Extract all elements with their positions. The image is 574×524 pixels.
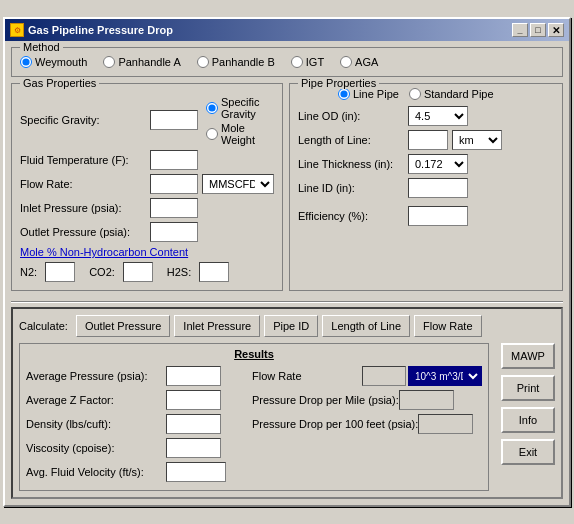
radio-igt[interactable] — [291, 56, 303, 68]
avg-pressure-label: Average Pressure (psia): — [26, 370, 166, 382]
thickness-label: Line Thickness (in): — [298, 158, 408, 170]
flow-rate-result-value: 6.53 — [362, 366, 406, 386]
tab-inlet-pressure[interactable]: Inlet Pressure — [174, 315, 260, 337]
flow-rate-result-label: Flow Rate — [252, 370, 362, 382]
pipe-properties-group: Pipe Properties Line Pipe Standard Pipe … — [289, 83, 563, 291]
length-input[interactable]: 1 — [408, 130, 448, 150]
mawp-button[interactable]: MAWP — [501, 343, 555, 369]
results-right-col: Flow Rate 6.53 10^3 m^3/D Pressure Drop … — [252, 366, 482, 486]
properties-row: Gas Properties Specific Gravity: 0.65 Sp… — [11, 83, 563, 297]
section-divider — [11, 301, 563, 303]
mw-option[interactable]: Mole Weight — [206, 122, 274, 146]
print-button[interactable]: Print — [501, 375, 555, 401]
inlet-pressure-input[interactable]: 7 — [150, 198, 198, 218]
pipe-type-row: Line Pipe Standard Pipe — [298, 88, 554, 100]
pd-100-label: Pressure Drop per 100 feet (psia): — [252, 418, 418, 430]
fluid-vel-label: Avg. Fluid Velocity (ft/s): — [26, 466, 166, 478]
close-button[interactable]: ✕ — [548, 23, 564, 37]
results-left-col: Average Pressure (psia): 6.06 Average Z … — [26, 366, 242, 486]
window-body: Method Weymouth Panhandle A Panhandle B … — [5, 41, 569, 505]
tab-pipe-id[interactable]: Pipe ID — [264, 315, 318, 337]
fluid-temp-input[interactable]: 60 — [150, 150, 198, 170]
flow-rate-label: Flow Rate: — [20, 178, 150, 190]
line-id-input[interactable]: 4.156 — [408, 178, 468, 198]
fluid-temp-label: Fluid Temperature (F): — [20, 154, 150, 166]
label-igt: IGT — [306, 56, 324, 68]
fluid-temp-row: Fluid Temperature (F): 60 — [20, 150, 274, 170]
co2-input[interactable]: 0 — [123, 262, 153, 282]
mole-link[interactable]: Mole % Non-Hydrocarbon Content — [20, 246, 188, 258]
line-od-row: Line OD (in): 4.5 — [298, 106, 554, 126]
radio-line-pipe[interactable] — [338, 88, 350, 100]
side-buttons: MAWP Print Info Exit — [501, 343, 555, 491]
line-id-label: Line ID (in): — [298, 182, 408, 194]
title-bar: ⚙ Gas Pipeline Pressure Drop _ □ ✕ — [5, 19, 569, 41]
radio-sg[interactable] — [206, 102, 218, 114]
avg-z-value: 1.0000 — [166, 390, 221, 410]
method-group: Method Weymouth Panhandle A Panhandle B … — [11, 47, 563, 77]
length-label: Length of Line: — [298, 134, 408, 146]
label-panhandle-a: Panhandle A — [118, 56, 180, 68]
label-line-pipe: Line Pipe — [353, 88, 399, 100]
method-aga[interactable]: AGA — [340, 56, 378, 68]
pressure-drop-100-row: Pressure Drop per 100 feet (psia): 0.061… — [252, 414, 482, 434]
efficiency-label: Efficiency (%): — [298, 210, 408, 222]
app-icon: ⚙ — [10, 23, 24, 37]
radio-weymouth[interactable] — [20, 56, 32, 68]
avg-pressure-value: 6.06 — [166, 366, 221, 386]
radio-panhandle-a[interactable] — [103, 56, 115, 68]
flow-rate-result-unit[interactable]: 10^3 m^3/D — [408, 366, 482, 386]
window-title: Gas Pipeline Pressure Drop — [28, 24, 173, 36]
outlet-pressure-input[interactable]: 5 — [150, 222, 198, 242]
radio-mw[interactable] — [206, 128, 218, 140]
gas-properties-group: Gas Properties Specific Gravity: 0.65 Sp… — [11, 83, 283, 291]
results-area: Results Average Pressure (psia): 6.06 Av… — [19, 343, 555, 491]
non-hydrocarbon-row: N2: 0 CO2: 0 H2S: 0 — [20, 262, 274, 282]
exit-button[interactable]: Exit — [501, 439, 555, 465]
n2-input[interactable]: 0 — [45, 262, 75, 282]
pressure-drop-mile-row: Pressure Drop per Mile (psia): 3.2187 — [252, 390, 482, 410]
flow-rate-unit-select[interactable]: MMSCFD — [202, 174, 274, 194]
method-weymouth[interactable]: Weymouth — [20, 56, 87, 68]
tab-length-of-line[interactable]: Length of Line — [322, 315, 410, 337]
method-group-label: Method — [20, 41, 63, 53]
label-mw: Mole Weight — [221, 122, 274, 146]
avg-z-label: Average Z Factor: — [26, 394, 166, 406]
method-igt[interactable]: IGT — [291, 56, 324, 68]
h2s-input[interactable]: 0 — [199, 262, 229, 282]
pd-100-value: 0.0610 — [418, 414, 473, 434]
thickness-row: Line Thickness (in): 0.172 — [298, 154, 554, 174]
sg-option[interactable]: Specific Gravity — [206, 96, 274, 120]
results-title: Results — [26, 348, 482, 360]
sg-input[interactable]: 0.65 — [150, 110, 198, 130]
maximize-button[interactable]: □ — [530, 23, 546, 37]
efficiency-input[interactable]: 100 — [408, 206, 468, 226]
line-od-select[interactable]: 4.5 — [408, 106, 468, 126]
thickness-select[interactable]: 0.172 — [408, 154, 468, 174]
info-button[interactable]: Info — [501, 407, 555, 433]
radio-panhandle-b[interactable] — [197, 56, 209, 68]
minimize-button[interactable]: _ — [512, 23, 528, 37]
title-bar-left: ⚙ Gas Pipeline Pressure Drop — [10, 23, 173, 37]
main-window: ⚙ Gas Pipeline Pressure Drop _ □ ✕ Metho… — [3, 17, 571, 507]
co2-label: CO2: — [89, 266, 115, 278]
tab-outlet-pressure[interactable]: Outlet Pressure — [76, 315, 170, 337]
radio-standard-pipe[interactable] — [409, 88, 421, 100]
flow-rate-input[interactable]: 0.23 — [150, 174, 198, 194]
calculate-bar: Calculate: Outlet Pressure Inlet Pressur… — [19, 315, 555, 337]
length-unit-select[interactable]: km — [452, 130, 502, 150]
sg-mw-options: Specific Gravity Mole Weight — [206, 96, 274, 146]
method-panhandle-a[interactable]: Panhandle A — [103, 56, 180, 68]
efficiency-row: Efficiency (%): 100 — [298, 206, 554, 226]
line-od-label: Line OD (in): — [298, 110, 408, 122]
tab-flow-rate[interactable]: Flow Rate — [414, 315, 482, 337]
radio-aga[interactable] — [340, 56, 352, 68]
method-panhandle-b[interactable]: Panhandle B — [197, 56, 275, 68]
line-id-row: Line ID (in): 4.156 — [298, 178, 554, 198]
line-pipe-option[interactable]: Line Pipe — [338, 88, 399, 100]
flow-rate-result-row: Flow Rate 6.53 10^3 m^3/D — [252, 366, 482, 386]
avg-pressure-row: Average Pressure (psia): 6.06 — [26, 366, 242, 386]
fluid-vel-value: 68.9233 — [166, 462, 226, 482]
standard-pipe-option[interactable]: Standard Pipe — [409, 88, 494, 100]
flow-rate-row: Flow Rate: 0.23 MMSCFD — [20, 174, 274, 194]
